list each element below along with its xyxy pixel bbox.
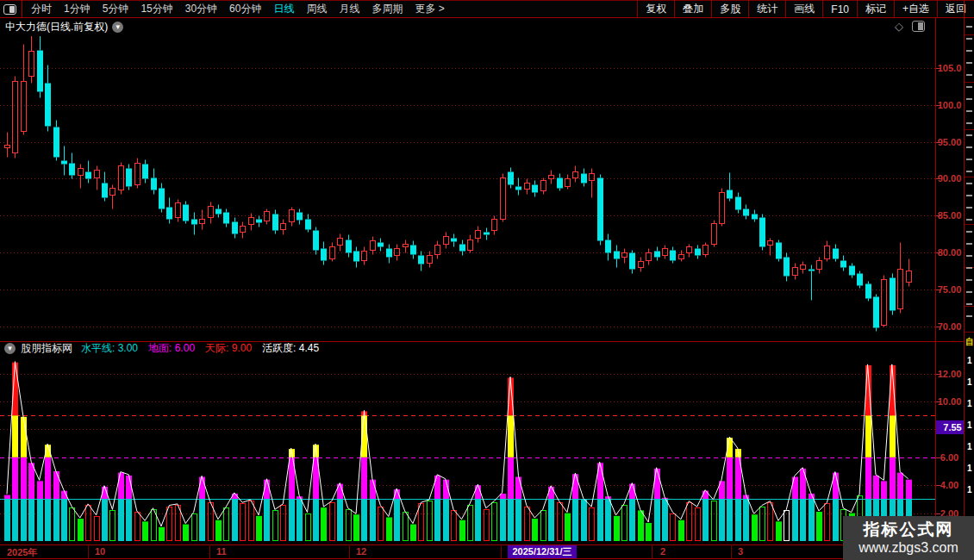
sidebar-glyph [966,207,972,208]
chevron-down-circle-icon[interactable]: ▾ [112,22,123,33]
date-label-0: 2025年 [7,546,37,559]
month-divider [349,544,350,558]
tab-period-10[interactable]: 更多 > [415,2,444,16]
date-label-3: 12 [356,546,366,557]
sidebar-glyph [966,110,972,112]
sidebar-glyph [966,26,972,28]
tab-period-2[interactable]: 5分钟 [103,2,129,16]
indicator-tick [936,513,940,514]
toolbar-button-0[interactable]: 复权 [637,0,674,18]
month-divider [652,544,652,558]
indicator-param-3: 活跃度: 4.45 [262,342,319,354]
sidebar-glyph [966,38,972,40]
indicator-name: 股朋指标网 [21,341,72,356]
top-toolbar: 分时1分钟5分钟15分钟30分钟60分钟日线周线月线多周期更多 > 复权叠加多股… [0,0,974,18]
sidebar-glyph [966,303,972,305]
sidebar-tab-highlight[interactable]: 自 [965,336,974,348]
title-row: 中大力德(日线.前复权) ▾ [0,18,935,36]
sidebar-segment-divider [965,332,974,333]
price-tick [936,178,940,179]
indicator-tick [936,457,940,458]
sidebar-glyph [966,122,972,124]
sidebar-row-number[interactable]: 1 [967,399,972,408]
month-divider [209,544,210,558]
sidebar-glyph [966,243,972,245]
sidebar-segment-divider [965,306,974,307]
indicator-param-2: 天际: 9.00 [205,342,252,354]
sidebar-row-number[interactable]: 1 [967,420,972,430]
toolbar-button-2[interactable]: 多股 [711,0,748,18]
indicator-header: ▾ 股朋指标网 水平线: 3.00地面: 6.00天际: 9.00活跃度: 4.… [0,342,935,355]
watermark: 指标公式网 www.zbgs3.com [843,516,974,560]
layout-columns-icon[interactable] [3,4,16,15]
panel-toggle-icon[interactable] [912,21,925,32]
indicator-param-0: 水平线: 3.00 [81,342,138,354]
indicator-chart[interactable] [0,355,935,544]
tab-period-8[interactable]: 月线 [339,2,359,16]
date-label-1: 10 [95,546,105,557]
title-row-icons: ◇ [895,21,925,32]
watermark-title: 指标公式网 [864,520,954,540]
tab-period-7[interactable]: 周线 [306,2,327,16]
sidebar-row-number[interactable]: 1 [967,442,972,451]
toolbar-button-4[interactable]: 画线 [785,0,822,18]
sidebar-glyph [966,231,972,233]
tab-period-6[interactable]: 日线 [273,2,294,16]
chevron-down-circle-icon[interactable]: ▾ [4,343,16,354]
tab-period-3[interactable]: 15分钟 [140,2,172,16]
toolbar-button-6[interactable]: 标记 [857,0,894,18]
sidebar-glyph [966,171,972,172]
trading-app-window: 分时1分钟5分钟15分钟30分钟60分钟日线周线月线多周期更多 > 复权叠加多股… [0,0,974,560]
sidebar-segment-divider [965,224,974,225]
sidebar-glyph [966,183,972,184]
date-label-4: 2 [660,546,665,557]
tab-period-0[interactable]: 分时 [31,2,52,16]
toolbar-button-7[interactable]: +自选 [894,0,937,18]
price-tick [936,105,940,106]
toolbar-button-8[interactable]: 返回 [937,0,974,18]
candlestick-chart[interactable] [0,36,935,341]
sidebar-glyph [966,159,972,160]
sidebar-segment-divider [965,129,974,130]
price-tick [936,327,940,327]
sidebar-row-number[interactable]: 1 [967,464,972,473]
toolbar-button-5[interactable]: F10 [822,0,857,18]
stock-title: 中大力德(日线.前复权) [5,20,108,34]
price-tick [936,289,940,290]
sidebar-segment-divider [965,82,974,83]
price-tick [936,142,940,143]
sidebar-glyph [966,98,972,100]
date-badge: 2025/12/31/三 [508,545,577,558]
sidebar-glyph [966,255,972,257]
sidebar-glyph [966,146,972,148]
sidebar-glyph [966,267,972,269]
tab-period-5[interactable]: 60分钟 [229,2,261,16]
price-tick [936,215,940,216]
watermark-url: www.zbgs3.com [858,539,958,556]
tab-period-1[interactable]: 1分钟 [64,2,91,16]
tab-period-9[interactable]: 多周期 [371,2,403,16]
indicator-tick [936,401,940,402]
toolbar-button-3[interactable]: 统计 [748,0,785,18]
month-divider [501,544,502,558]
toolbar-button-1[interactable]: 叠加 [674,0,711,18]
sidebar-segment-divider [965,34,974,35]
sidebar-glyph [966,86,972,88]
indicator-params: 水平线: 3.00地面: 6.00天际: 9.00活跃度: 4.45 [81,341,329,356]
sidebar-glyph [966,291,972,293]
sidebar-glyph [966,134,972,136]
sidebar-glyph [966,315,972,317]
month-divider [731,544,732,558]
price-tick [936,68,940,69]
period-tabs: 分时1分钟5分钟15分钟30分钟60分钟日线周线月线多周期更多 > [22,2,445,16]
month-divider [88,544,89,558]
indicator-param-1: 地面: 6.00 [148,342,195,354]
sidebar-row-number[interactable]: 1 [967,485,972,495]
sidebar-segment-divider [965,177,974,177]
sidebar-glyph [966,219,972,221]
indicator-tick [936,374,940,375]
diamond-icon[interactable]: ◇ [895,21,903,32]
sidebar-row-number[interactable]: 1 [967,356,972,365]
tab-period-4[interactable]: 30分钟 [185,2,217,16]
sidebar-row-number[interactable]: 1 [967,377,972,387]
